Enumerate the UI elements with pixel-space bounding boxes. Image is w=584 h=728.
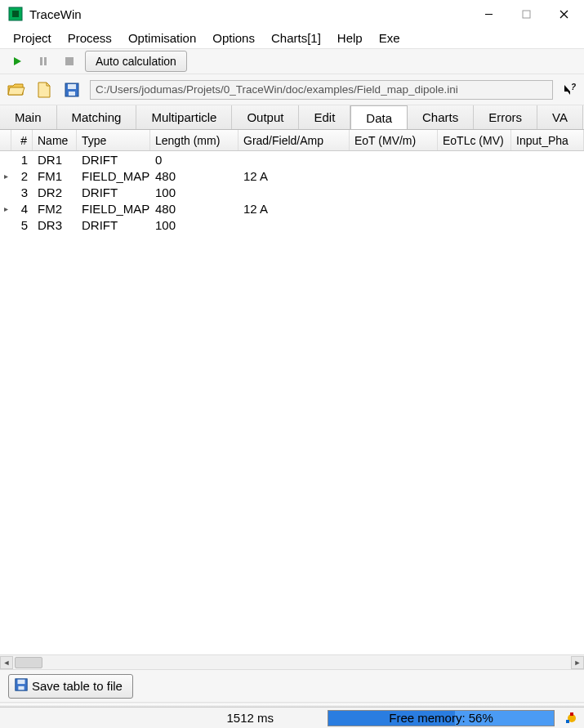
minimize-button[interactable] [470, 2, 507, 26]
app-icon [8, 7, 23, 21]
auto-calculation-button[interactable]: Auto calculation [85, 51, 187, 72]
tab-matching[interactable]: Matching [57, 105, 137, 129]
table-row[interactable]: 1DR1DRIFT0 [0, 151, 584, 167]
table-body: 1DR1DRIFT0▸2FM1FIELD_MAP48012 A3DR2DRIFT… [0, 151, 584, 654]
tab-bar: Main Matching Multiparticle Output Edit … [0, 105, 584, 130]
save-row: Save table to file [0, 669, 584, 702]
svg-rect-7 [40, 57, 42, 65]
cell-length: 480 [150, 202, 239, 216]
cell-num: 1 [11, 153, 33, 167]
cell-type: DRIFT [77, 185, 150, 199]
table-row[interactable]: 3DR2DRIFT100 [0, 184, 584, 200]
svg-rect-3 [523, 11, 530, 18]
col-input-phase[interactable]: Input_Pha [511, 130, 584, 150]
path-bar: C:/Users/jodumas/Projets/0_TraceWin/doc/… [0, 74, 584, 105]
open-folder-icon[interactable] [7, 81, 26, 99]
memory-label: Free memory: 56% [389, 711, 493, 725]
horizontal-scrollbar[interactable]: ◄ ► [0, 654, 584, 669]
menu-project[interactable]: Project [5, 29, 60, 47]
tab-output[interactable]: Output [232, 105, 299, 129]
cell-name: DR2 [33, 185, 77, 199]
expand-toggle[interactable]: ▸ [0, 172, 11, 181]
svg-rect-9 [65, 57, 74, 65]
scroll-right-arrow[interactable]: ► [571, 656, 584, 669]
toolbar: Auto calculation [0, 48, 584, 74]
pause-button[interactable] [33, 51, 54, 71]
cell-name: FM1 [33, 169, 77, 183]
cell-length: 100 [150, 218, 239, 232]
cell-length: 480 [150, 169, 239, 183]
svg-rect-12 [69, 92, 75, 96]
menu-help[interactable]: Help [329, 29, 371, 47]
table-row[interactable]: 5DR3DRIFT100 [0, 217, 584, 233]
new-file-icon[interactable] [34, 81, 54, 99]
cell-num: 2 [11, 169, 33, 183]
cell-num: 3 [11, 185, 33, 199]
col-eot[interactable]: EoT (MV/m) [350, 130, 438, 150]
col-num[interactable]: # [11, 130, 33, 150]
save-table-label: Save table to file [32, 679, 123, 693]
cell-gfa: 12 A [239, 169, 350, 183]
data-table: # Name Type Length (mm) Grad/Field/Amp E… [0, 130, 584, 669]
memory-bar: Free memory: 56% [328, 710, 555, 726]
col-expand [0, 130, 11, 150]
table-row[interactable]: ▸2FM1FIELD_MAP48012 A [0, 167, 584, 184]
status-time: 1512 ms [0, 711, 323, 725]
cell-name: DR1 [33, 153, 77, 167]
svg-rect-8 [44, 57, 47, 65]
tab-charts[interactable]: Charts [408, 105, 474, 129]
play-button[interactable] [7, 51, 28, 71]
menu-exe[interactable]: Exe [371, 29, 408, 47]
menu-charts[interactable]: Charts[1] [263, 29, 329, 47]
tab-errors[interactable]: Errors [474, 105, 537, 129]
save-table-button[interactable]: Save table to file [8, 674, 133, 699]
col-gfa[interactable]: Grad/Field/Amp [239, 130, 350, 150]
table-header: # Name Type Length (mm) Grad/Field/Amp E… [0, 130, 584, 151]
close-button[interactable] [545, 2, 582, 26]
table-row[interactable]: ▸4FM2FIELD_MAP48012 A [0, 200, 584, 217]
context-help-icon[interactable]: ? [561, 83, 577, 96]
maximize-button[interactable] [507, 2, 545, 26]
col-length[interactable]: Length (mm) [150, 130, 239, 150]
svg-rect-19 [566, 720, 569, 723]
svg-rect-16 [18, 686, 24, 690]
cell-gfa: 12 A [239, 202, 350, 216]
cell-length: 100 [150, 185, 239, 199]
svg-rect-15 [18, 680, 25, 684]
svg-marker-6 [14, 57, 21, 65]
project-path-field[interactable]: C:/Users/jodumas/Projets/0_TraceWin/doc/… [90, 80, 553, 100]
svg-rect-11 [68, 84, 76, 89]
svg-rect-1 [12, 11, 19, 17]
tab-multiparticle[interactable]: Multiparticle [136, 105, 232, 129]
cell-type: FIELD_MAP [77, 169, 150, 183]
stop-button[interactable] [59, 51, 80, 71]
menu-bar: Project Process Optimisation Options Cha… [0, 28, 584, 48]
tab-data[interactable]: Data [350, 105, 408, 130]
cell-length: 0 [150, 153, 239, 167]
window-title: TraceWin [29, 7, 82, 21]
tab-va[interactable]: VA [537, 105, 583, 129]
col-eotlc[interactable]: EoTLc (MV) [438, 130, 511, 150]
cell-type: DRIFT [77, 218, 150, 232]
expand-toggle[interactable]: ▸ [0, 204, 11, 213]
menu-optimisation[interactable]: Optimisation [120, 29, 204, 47]
save-icon[interactable] [62, 81, 82, 99]
cell-num: 5 [11, 218, 33, 232]
col-name[interactable]: Name [33, 130, 77, 150]
status-corner-icon[interactable] [559, 712, 584, 725]
svg-text:?: ? [571, 83, 576, 92]
cell-type: FIELD_MAP [77, 202, 150, 216]
menu-options[interactable]: Options [204, 29, 263, 47]
menu-process[interactable]: Process [60, 29, 120, 47]
scroll-left-arrow[interactable]: ◄ [0, 656, 13, 669]
tab-main[interactable]: Main [0, 105, 57, 129]
cell-name: DR3 [33, 218, 77, 232]
save-icon [14, 677, 29, 695]
cell-type: DRIFT [77, 153, 150, 167]
status-bar: 1512 ms Free memory: 56% [0, 707, 584, 728]
cell-num: 4 [11, 202, 33, 216]
tab-edit[interactable]: Edit [299, 105, 350, 129]
col-type[interactable]: Type [77, 130, 150, 150]
scroll-thumb[interactable] [15, 657, 42, 668]
svg-rect-18 [570, 712, 573, 716]
